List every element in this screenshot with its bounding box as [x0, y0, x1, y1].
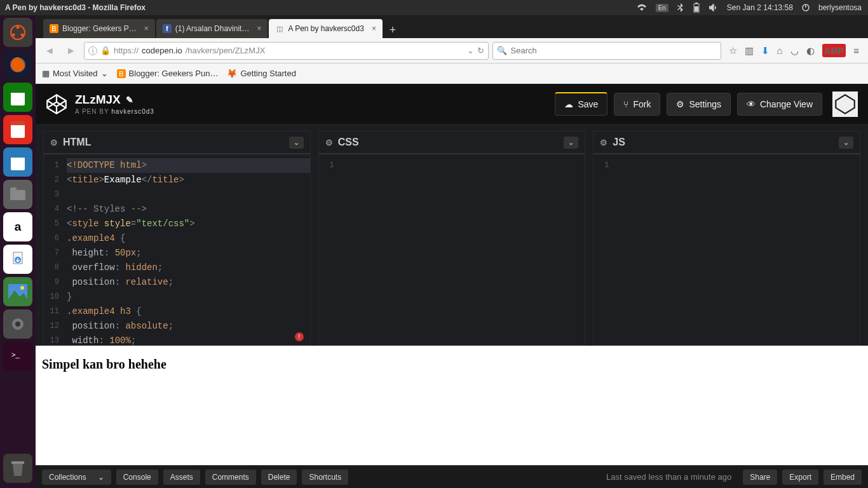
dash-icon[interactable] — [3, 18, 32, 47]
browser-navbar: ◄ ► i 🔒 https://codepen.io/havkers/pen/Z… — [36, 38, 868, 64]
settings-button[interactable]: ⚙Settings — [667, 93, 731, 116]
svg-point-7 — [12, 34, 15, 37]
delete-button[interactable]: Delete — [261, 470, 297, 485]
volume-icon[interactable] — [709, 4, 718, 11]
bookmark-blogger[interactable]: B Blogger: Geekers Pun… — [117, 69, 219, 78]
assets-button[interactable]: Assets — [163, 470, 200, 485]
svg-point-8 — [21, 34, 24, 37]
close-icon[interactable]: × — [144, 24, 149, 33]
svg-point-21 — [20, 286, 24, 290]
forward-button[interactable]: ► — [62, 42, 80, 60]
shield-icon[interactable]: ◐ — [806, 45, 815, 57]
tab-facebook[interactable]: f (1) Arsalan Dhavinit… × — [156, 19, 268, 38]
fork-button[interactable]: ⑂Fork — [614, 93, 660, 116]
info-icon[interactable]: i — [88, 46, 97, 55]
chevron-down-icon[interactable]: ⌄ — [289, 137, 304, 149]
svg-rect-15 — [11, 154, 25, 158]
shortcuts-button[interactable]: Shortcuts — [302, 470, 348, 485]
code-area[interactable]: 1 — [319, 154, 585, 345]
pocket-icon[interactable]: ◡ — [790, 45, 799, 57]
share-button[interactable]: Share — [743, 470, 777, 485]
system-tray: En Sen Jan 2 14:13:58 berlysentosa — [637, 3, 868, 13]
edit-icon[interactable]: ✎ — [126, 95, 133, 105]
svg-text:>_: >_ — [11, 351, 20, 358]
menu-icon[interactable]: ≡ — [853, 45, 859, 56]
tab-blogger[interactable]: B Blogger: Geekers P… × — [43, 19, 155, 38]
svg-rect-2 — [695, 6, 698, 11]
console-button[interactable]: Console — [116, 470, 158, 485]
new-tab-button[interactable]: + — [384, 22, 402, 38]
close-icon[interactable]: × — [372, 24, 376, 33]
url-prefix: https:// — [114, 46, 139, 55]
firefox-icon[interactable] — [3, 50, 32, 79]
tab-label: Blogger: Geekers P… — [62, 24, 137, 33]
save-button[interactable]: ☁Save — [555, 92, 607, 116]
chevron-down-icon[interactable]: ⌄ — [564, 137, 578, 149]
code-area[interactable]: 1 — [593, 154, 860, 345]
collections-button[interactable]: Collections⌄ — [42, 470, 111, 485]
svg-rect-16 — [10, 190, 25, 200]
close-icon[interactable]: × — [257, 24, 261, 33]
pen-title: ZLzMJX — [75, 93, 121, 107]
editor-header: ⚙ HTML ⌄ — [44, 132, 310, 154]
codepen-logo-icon[interactable] — [46, 93, 67, 115]
files-icon[interactable] — [3, 180, 32, 209]
tab-codepen[interactable]: ◫ A Pen by havkersc0d3 × — [269, 19, 382, 38]
chevron-down-icon: ⌄ — [98, 473, 104, 482]
url-bar[interactable]: i 🔒 https://codepen.io/havkers/pen/ZLzMJ… — [84, 42, 489, 60]
browser-tabstrip: B Blogger: Geekers P… × f (1) Arsalan Dh… — [36, 15, 868, 38]
embed-button[interactable]: Embed — [824, 470, 862, 485]
back-button[interactable]: ◄ — [41, 42, 58, 60]
star-icon[interactable]: ☆ — [729, 45, 737, 57]
bluetooth-icon[interactable] — [677, 3, 684, 12]
export-button[interactable]: Export — [782, 470, 818, 485]
url-path: /havkers/pen/ZLzMJX — [186, 46, 266, 55]
software-icon[interactable] — [3, 245, 32, 274]
tab-label: A Pen by havkersc0d3 — [288, 24, 363, 33]
battery-icon[interactable] — [693, 3, 700, 13]
gear-icon[interactable]: ⚙ — [325, 138, 333, 147]
amazon-icon[interactable]: a — [3, 212, 32, 241]
user-avatar[interactable] — [832, 92, 858, 117]
blogger-favicon: B — [117, 69, 126, 78]
change-view-button[interactable]: 👁Change View — [737, 93, 822, 116]
codepen-app: ZLzMJX ✎ A PEN BY havkersc0d3 ☁Save ⑂For… — [36, 84, 868, 488]
username[interactable]: berlysentosa — [818, 3, 862, 12]
terminal-icon[interactable]: >_ — [3, 342, 32, 371]
dropdown-icon[interactable]: ⌄ — [467, 46, 474, 55]
system-menubar: A Pen by havkersc0d3 - Mozilla Firefox E… — [0, 0, 868, 15]
editor-label: HTML — [63, 137, 91, 148]
search-input[interactable] — [511, 46, 717, 55]
tab-label: (1) Arsalan Dhavinit… — [175, 24, 250, 33]
gear-icon[interactable]: ⚙ — [600, 138, 607, 147]
comments-button[interactable]: Comments — [205, 470, 256, 485]
gear-icon[interactable]: ⚙ — [50, 138, 58, 147]
settings-icon[interactable] — [3, 309, 32, 339]
writer-icon[interactable] — [3, 147, 32, 177]
calc-icon[interactable] — [3, 83, 32, 112]
save-status: Last saved less than a minute ago — [606, 472, 738, 482]
clock[interactable]: Sen Jan 2 14:13:58 — [727, 3, 793, 12]
power-icon[interactable] — [802, 4, 810, 11]
chevron-down-icon[interactable]: ⌄ — [839, 137, 853, 149]
codepen-favicon: ◫ — [275, 24, 284, 33]
css-editor: ⚙CSS⌄ 1 — [318, 131, 586, 346]
photo-icon[interactable] — [3, 277, 32, 306]
reload-icon[interactable]: ↻ — [477, 46, 484, 55]
bookmark-getting-started[interactable]: 🦊 Getting Started — [227, 69, 295, 78]
home-icon[interactable]: ⌂ — [777, 45, 783, 56]
bookmark-most-visited[interactable]: ▦ Most Visited ⌄ — [42, 69, 108, 78]
error-icon[interactable]: ! — [295, 332, 304, 341]
codepen-header: ZLzMJX ✎ A PEN BY havkersc0d3 ☁Save ⑂For… — [36, 84, 868, 125]
gear-icon: ⚙ — [676, 99, 684, 109]
search-bar[interactable]: 🔍 — [492, 42, 721, 60]
author-link[interactable]: havkersc0d3 — [111, 108, 154, 115]
code-area[interactable]: 1234567891011121314 <!DOCTYPE html> <tit… — [44, 154, 310, 345]
trash-icon[interactable] — [3, 454, 32, 483]
sidebar-icon[interactable]: ▥ — [745, 45, 754, 57]
abp-icon[interactable]: ABP — [822, 44, 846, 57]
impress-icon[interactable] — [3, 115, 32, 144]
wifi-icon[interactable] — [637, 4, 647, 11]
lang-indicator[interactable]: En — [656, 4, 668, 12]
download-icon[interactable]: ⬇ — [761, 45, 770, 57]
